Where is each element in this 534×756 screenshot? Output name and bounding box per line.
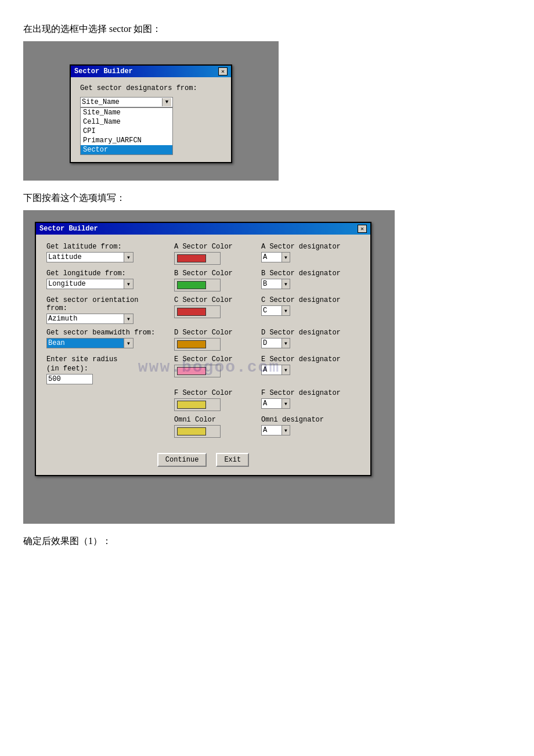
latitude-col: Get latitude from: Latitude ▼ — [46, 243, 163, 262]
a-designator-select[interactable]: A ▼ — [261, 252, 290, 262]
c-color-swatch — [177, 308, 206, 316]
orientation-value: Azimuth — [47, 315, 124, 323]
dropdown-arrow: ▼ — [162, 98, 171, 106]
designator-dropdown[interactable]: Site_Name ▼ — [80, 97, 173, 107]
f-left-empty — [46, 389, 163, 397]
get-designators-label: Get sector designators from: — [80, 84, 222, 92]
a-color-col: A Sector Color — [174, 243, 250, 265]
c-designator-col: C Sector designator C ▼ — [261, 296, 360, 316]
omni-color-swatch-box[interactable] — [174, 425, 221, 438]
f-color-swatch-box[interactable] — [174, 398, 221, 411]
radius-input[interactable] — [46, 374, 93, 384]
omni-color-label: Omni Color — [174, 416, 250, 424]
f-color-col: F Sector Color — [174, 389, 250, 411]
dropdown-selected-value: Site_Name — [82, 98, 120, 106]
continue-button[interactable]: Continue — [157, 453, 207, 467]
e-color-col: E Sector Color — [174, 355, 250, 377]
e-color-swatch-box[interactable] — [174, 365, 221, 377]
latitude-value: Latitude — [47, 253, 124, 261]
beamwidth-select[interactable]: Bean ▼ — [46, 338, 134, 348]
c-color-col: C Sector Color — [174, 296, 250, 318]
omni-designator-col: Omni designator A ▼ — [261, 416, 360, 435]
a-color-swatch — [177, 254, 206, 262]
f-designator-col: F Sector designator A ▼ — [261, 389, 360, 409]
spacer — [46, 442, 360, 453]
section-label-2: 下图按着这个选项填写： — [23, 192, 511, 204]
d-designator-label: D Sector designator — [261, 329, 360, 337]
dropdown-item-cpi[interactable]: CPI — [81, 127, 172, 136]
radius-label1: Enter site radius — [46, 355, 163, 363]
dropdown-item-cellname[interactable]: Cell_Name — [81, 117, 172, 127]
button-row: Continue Exit — [46, 453, 360, 467]
d-designator-arrow: ▼ — [282, 339, 290, 348]
dialog1-body: Get sector designators from: Site_Name ▼… — [71, 77, 231, 162]
d-designator-select[interactable]: D ▼ — [261, 338, 290, 348]
f-designator-select[interactable]: A ▼ — [261, 398, 290, 409]
row-orientation: Get sector orientation from: Azimuth ▼ C… — [46, 296, 360, 324]
c-designator-label: C Sector designator — [261, 296, 360, 304]
row-beamwidth: Get sector beamwidth from: Bean ▼ D Sect… — [46, 329, 360, 351]
e-designator-label: E Sector designator — [261, 355, 360, 363]
radius-col: Enter site radius (in feet): — [46, 355, 163, 384]
orientation-label: Get sector orientation from: — [46, 296, 163, 312]
d-designator-col: D Sector designator D ▼ — [261, 329, 360, 348]
b-color-swatch-box[interactable] — [174, 279, 221, 291]
sector-builder-dialog-2: Sector Builder ✕ Get latitude from: Lati… — [35, 222, 371, 476]
section-label-1: 在出现的选框中选择 sector 如图： — [23, 23, 511, 35]
latitude-select[interactable]: Latitude ▼ — [46, 252, 134, 262]
omni-left-empty — [46, 416, 163, 424]
a-sector-color-label: A Sector Color — [174, 243, 250, 251]
close-button-1[interactable]: ✕ — [218, 67, 228, 75]
d-color-swatch-box[interactable] — [174, 338, 221, 351]
orientation-select[interactable]: Azimuth ▼ — [46, 314, 134, 324]
latitude-arrow: ▼ — [124, 253, 133, 262]
dropdown-item-primaryuarfcn[interactable]: Primary_UARFCN — [81, 136, 172, 145]
e-designator-value: A — [262, 366, 282, 374]
f-designator-value: A — [262, 399, 282, 408]
omni-designator-label: Omni designator — [261, 416, 360, 424]
beamwidth-label: Get sector beamwidth from: — [46, 329, 163, 337]
omni-color-swatch — [177, 427, 206, 435]
exit-button[interactable]: Exit — [216, 453, 249, 467]
sector-builder-dialog-1: Sector Builder ✕ Get sector designators … — [70, 64, 232, 163]
a-color-swatch-box[interactable] — [174, 252, 221, 265]
a-designator-value: A — [262, 253, 282, 261]
dialog1-title: Sector Builder — [74, 67, 133, 75]
orientation-col: Get sector orientation from: Azimuth ▼ — [46, 296, 163, 324]
c-designator-select[interactable]: C ▼ — [261, 305, 290, 316]
section-label-3: 确定后效果图（1）： — [23, 535, 511, 548]
b-color-swatch — [177, 281, 206, 289]
row-omni: Omni Color Omni designator A ▼ — [46, 416, 360, 438]
longitude-col: Get longitude from: Longitude ▼ — [46, 269, 163, 289]
e-color-swatch — [177, 367, 206, 375]
dropdown-item-sector[interactable]: Sector — [81, 145, 172, 154]
b-designator-arrow: ▼ — [282, 279, 290, 289]
c-color-swatch-box[interactable] — [174, 305, 221, 318]
d-color-swatch — [177, 340, 206, 348]
longitude-select[interactable]: Longitude ▼ — [46, 279, 134, 289]
e-designator-select[interactable]: A ▼ — [261, 365, 290, 375]
radius-label2: (in feet): — [46, 365, 163, 373]
beamwidth-arrow: ▼ — [124, 339, 133, 348]
a-designator-arrow: ▼ — [282, 253, 290, 262]
dropdown-list: Site_Name Cell_Name CPI Primary_UARFCN S… — [80, 107, 173, 155]
row-latitude: Get latitude from: Latitude ▼ A Sector C… — [46, 243, 360, 265]
b-designator-select[interactable]: B ▼ — [261, 279, 290, 289]
d-designator-value: D — [262, 339, 282, 347]
dropdown-item-sitename[interactable]: Site_Name — [81, 108, 172, 117]
dialog2-body: Get latitude from: Latitude ▼ A Sector C… — [36, 235, 370, 475]
omni-color-col: Omni Color — [174, 416, 250, 438]
omni-designator-value: A — [262, 426, 282, 434]
d-color-col: D Sector Color — [174, 329, 250, 351]
screenshot-box-2: www.bogoo.com Sector Builder ✕ Get latit… — [23, 210, 395, 524]
omni-designator-select[interactable]: A ▼ — [261, 425, 290, 435]
row-longitude: Get longitude from: Longitude ▼ B Sector… — [46, 269, 360, 291]
row-f: F Sector Color F Sector designator A ▼ — [46, 389, 360, 411]
d-sector-color-label: D Sector Color — [174, 329, 250, 337]
b-designator-label: B Sector designator — [261, 269, 360, 278]
omni-designator-arrow: ▼ — [282, 426, 290, 435]
f-sector-color-label: F Sector Color — [174, 389, 250, 397]
close-button-2[interactable]: ✕ — [358, 225, 367, 233]
e-designator-arrow: ▼ — [282, 365, 290, 375]
f-color-swatch — [177, 401, 206, 409]
